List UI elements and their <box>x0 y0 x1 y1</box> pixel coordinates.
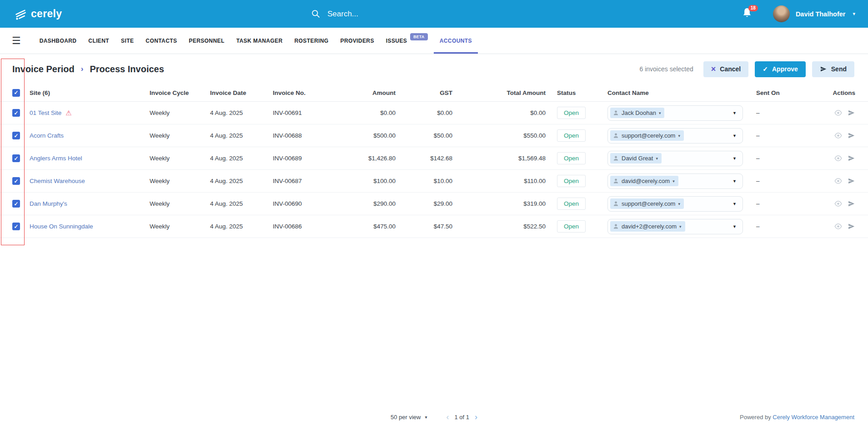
select-caret-icon: ▼ <box>733 111 737 115</box>
view-invoice-button[interactable] <box>834 178 843 184</box>
contact-select[interactable]: David Great ▾ ▼ <box>607 151 743 166</box>
powered-by-link[interactable]: Cerely Workforce Management <box>773 414 854 421</box>
nav-tab-label: CLIENT <box>88 38 109 44</box>
send-button[interactable]: Send <box>812 61 854 77</box>
nav-tab-issues[interactable]: ISSUESBETA <box>380 28 434 54</box>
contact-select[interactable]: david+2@cerely.com ▾ ▼ <box>607 219 743 234</box>
col-header-cycle[interactable]: Invoice Cycle <box>150 89 210 96</box>
sent-on-cell: – <box>756 178 760 184</box>
invoice-no-cell: INV-00691 <box>273 109 327 116</box>
site-link[interactable]: House On Sunningdale <box>30 223 93 230</box>
row-checkbox[interactable]: ✓ <box>12 154 20 162</box>
per-view-selector[interactable]: 50 per view ▾ <box>391 414 427 421</box>
nav-tab-personnel[interactable]: PERSONNEL <box>183 28 230 54</box>
col-header-status[interactable]: Status <box>557 89 598 96</box>
col-header-date[interactable]: Invoice Date <box>210 89 273 96</box>
notifications-button[interactable]: 18 <box>742 7 754 21</box>
view-invoice-button[interactable] <box>834 109 843 116</box>
hamburger-menu-icon[interactable]: ☰ <box>12 35 21 47</box>
site-link[interactable]: Dan Murphy's <box>30 200 67 207</box>
gst-cell: $0.00 <box>396 109 452 116</box>
contact-name: support@cerely.com <box>622 132 675 139</box>
view-invoice-button[interactable] <box>834 132 843 139</box>
send-invoice-button[interactable] <box>848 200 855 208</box>
contact-chip[interactable]: david@cerely.com ▾ <box>610 176 678 186</box>
site-link[interactable]: 01 Test Site <box>30 109 61 116</box>
send-invoice-button[interactable] <box>848 109 855 117</box>
paper-plane-icon <box>848 223 855 230</box>
nav-tab-client[interactable]: CLIENT <box>82 28 115 54</box>
send-invoice-button[interactable] <box>848 223 855 230</box>
next-page-icon[interactable]: › <box>475 413 477 421</box>
nav-tab-label: ACCOUNTS <box>440 38 472 44</box>
approve-button-label: Approve <box>772 65 798 73</box>
nav-tab-task-manager[interactable]: TASK MANAGER <box>231 28 289 54</box>
user-name[interactable]: David Thalhofer <box>796 10 846 18</box>
send-invoice-button[interactable] <box>848 132 855 139</box>
contact-select[interactable]: david@cerely.com ▾ ▼ <box>607 173 743 189</box>
contact-chip[interactable]: support@cerely.com ▾ <box>610 198 684 209</box>
app-logo[interactable]: cerely <box>14 7 62 21</box>
contact-chip[interactable]: david+2@cerely.com ▾ <box>610 221 685 232</box>
col-header-total[interactable]: Total Amount <box>452 89 546 96</box>
contact-name: david+2@cerely.com <box>622 223 677 230</box>
site-link[interactable]: Chemist Warehouse <box>30 178 85 184</box>
row-checkbox[interactable]: ✓ <box>12 223 20 230</box>
search-bar[interactable]: Search... <box>311 0 358 28</box>
contact-select[interactable]: Jack Doohan ▾ ▼ <box>607 105 743 121</box>
table-body: ✓ 01 Test Site ⚠ Weekly 4 Aug. 2025 INV-… <box>0 102 868 238</box>
contact-chip[interactable]: support@cerely.com ▾ <box>610 130 684 141</box>
col-header-gst[interactable]: GST <box>396 89 452 96</box>
col-header-invoice-no[interactable]: Invoice No. <box>273 89 327 96</box>
invoice-date-cell: 4 Aug. 2025 <box>210 223 273 230</box>
nav-tab-contacts[interactable]: CONTACTS <box>140 28 183 54</box>
invoice-date-cell: 4 Aug. 2025 <box>210 109 273 116</box>
breadcrumb-invoice-period[interactable]: Invoice Period <box>12 64 75 74</box>
eye-icon <box>834 155 843 162</box>
col-header-sent-on[interactable]: Sent On <box>756 89 811 96</box>
contact-chip[interactable]: Jack Doohan ▾ <box>610 108 664 118</box>
beta-badge: BETA <box>410 33 428 40</box>
cancel-button-label: Cancel <box>720 65 741 73</box>
chip-caret-icon: ▾ <box>678 134 680 138</box>
nav-tab-site[interactable]: SITE <box>115 28 140 54</box>
nav-tab-rostering[interactable]: ROSTERING <box>289 28 335 54</box>
nav-tab-accounts[interactable]: ACCOUNTS <box>434 28 478 54</box>
contact-chip[interactable]: David Great ▾ <box>610 153 662 163</box>
row-checkbox[interactable]: ✓ <box>12 109 20 117</box>
cancel-button[interactable]: × Cancel <box>703 61 748 77</box>
nav-tab-dashboard[interactable]: DASHBOARD <box>34 28 83 54</box>
contact-select[interactable]: support@cerely.com ▾ ▼ <box>607 128 743 144</box>
previous-page-icon[interactable]: ‹ <box>446 413 449 421</box>
person-icon <box>613 110 619 116</box>
col-header-amount[interactable]: Amount <box>327 89 396 96</box>
select-caret-icon: ▼ <box>733 134 737 138</box>
eye-icon <box>834 223 843 230</box>
user-avatar[interactable] <box>773 5 790 22</box>
contact-select[interactable]: support@cerely.com ▾ ▼ <box>607 196 743 212</box>
row-checkbox[interactable]: ✓ <box>12 200 20 208</box>
view-invoice-button[interactable] <box>834 223 843 230</box>
table-row: ✓ Chemist Warehouse Weekly 4 Aug. 2025 I… <box>0 170 868 193</box>
col-header-site[interactable]: Site (6) <box>30 89 150 96</box>
view-invoice-button[interactable] <box>834 155 843 162</box>
invoice-no-cell: INV-00686 <box>273 223 327 230</box>
header-right: 18 David Thalhofer ▾ <box>742 5 855 22</box>
site-link[interactable]: Acorn Crafts <box>30 132 64 139</box>
approve-button[interactable]: ✓ Approve <box>755 61 806 77</box>
select-all-checkbox[interactable]: ✓ <box>12 89 20 97</box>
person-icon <box>613 201 619 207</box>
send-invoice-button[interactable] <box>848 154 855 162</box>
send-invoice-button[interactable] <box>848 177 855 185</box>
view-invoice-button[interactable] <box>834 200 843 207</box>
nav-tab-providers[interactable]: PROVIDERS <box>335 28 380 54</box>
select-caret-icon: ▼ <box>733 202 737 206</box>
close-icon: × <box>711 65 716 73</box>
search-icon <box>311 9 321 19</box>
col-header-contact[interactable]: Contact Name <box>607 89 749 96</box>
paper-plane-icon <box>848 154 855 162</box>
site-link[interactable]: Anglers Arms Hotel <box>30 155 82 162</box>
row-checkbox[interactable]: ✓ <box>12 177 20 185</box>
user-menu-caret-icon[interactable]: ▾ <box>853 11 855 17</box>
row-checkbox[interactable]: ✓ <box>12 132 20 139</box>
